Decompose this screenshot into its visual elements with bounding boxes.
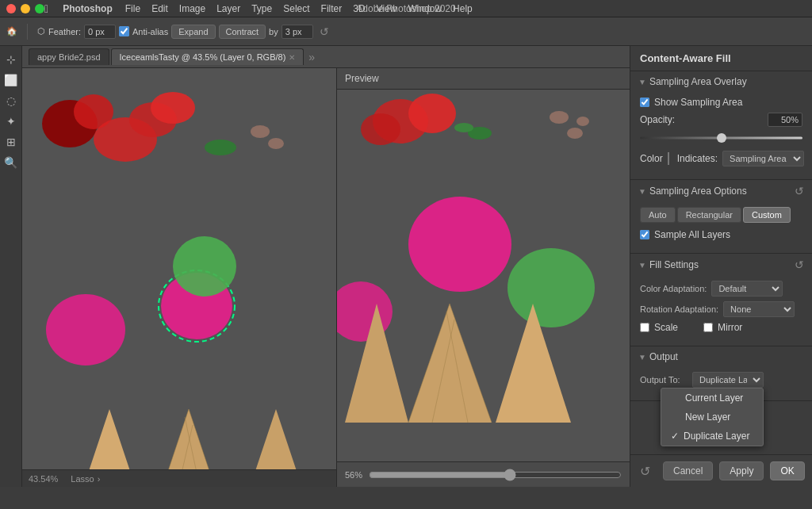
fill-settings-section: ▼ Fill Settings ↺ Color Adaptation: Defa… xyxy=(630,254,812,346)
app-name: Photoshop xyxy=(63,3,113,14)
show-sampling-label: Show Sampling Area xyxy=(654,97,742,108)
home-tool[interactable]: 🏠 xyxy=(6,26,17,36)
tab-bride[interactable]: appy Bride2.psd xyxy=(29,48,109,65)
sampling-options-title: Sampling Area Options xyxy=(649,186,747,197)
svg-point-24 xyxy=(408,94,456,133)
sampling-overlay-header[interactable]: ▼ Sampling Area Overlay xyxy=(630,71,812,92)
lasso-icon: ⬡ xyxy=(37,26,45,36)
custom-button[interactable]: Custom xyxy=(743,207,791,223)
output-header[interactable]: ▼ Output xyxy=(630,346,812,367)
output-chevron: ▼ xyxy=(638,353,646,362)
anti-alias-checkbox[interactable] xyxy=(119,26,129,36)
menu-file[interactable]: File xyxy=(125,3,140,14)
menu-image[interactable]: Image xyxy=(179,3,205,14)
opacity-thumb[interactable] xyxy=(717,133,726,143)
canvas-preview-area: 43.54% Lasso › Preview xyxy=(22,68,630,487)
lasso-tool-options: ⬡ Feather: Anti-alias Expand Contract by… xyxy=(37,25,329,39)
sampling-options-section: ▼ Sampling Area Options ↺ Auto Rectangul… xyxy=(630,180,812,254)
anti-alias-label: Anti-alias xyxy=(132,27,168,36)
minimize-button[interactable] xyxy=(21,4,30,13)
canvas-status-bar: 43.54% Lasso › xyxy=(22,469,336,487)
menu-layer[interactable]: Layer xyxy=(216,3,240,14)
panel-title: Content-Aware Fill xyxy=(630,46,812,71)
preview-bottom-bar: 56% xyxy=(337,461,630,487)
canvas-panel[interactable]: 43.54% Lasso › xyxy=(22,68,336,487)
fill-settings-reset-icon[interactable]: ↺ xyxy=(795,258,804,271)
canvas-arrow: › xyxy=(98,474,101,484)
indicates-select[interactable]: Sampling Area Excluded Area xyxy=(722,151,804,166)
sampling-options-header[interactable]: ▼ Sampling Area Options ↺ xyxy=(630,180,812,202)
move-tool[interactable]: ⊹ xyxy=(2,51,20,68)
rotation-adaptation-select[interactable]: None Low Medium High Full xyxy=(723,301,795,317)
by-label: by xyxy=(269,27,278,36)
apply-button[interactable]: Apply xyxy=(719,461,764,480)
dropdown-item-new-label: New Layer xyxy=(685,411,730,423)
output-section: ▼ Output Output To: Current Layer New La… xyxy=(630,346,812,401)
svg-point-32 xyxy=(508,248,595,327)
maximize-button[interactable] xyxy=(35,4,44,13)
menu-type[interactable]: Type xyxy=(251,3,272,14)
quick-select-tool[interactable]: ✦ xyxy=(2,113,20,130)
expand-button[interactable]: Expand xyxy=(171,25,215,39)
mirror-checkbox[interactable] xyxy=(703,323,713,332)
menu-edit[interactable]: Edit xyxy=(151,3,168,14)
dropdown-item-new[interactable]: New Layer xyxy=(661,408,763,427)
tab-icecream[interactable]: IceceamlsTasty @ 43.5% (Layer 0, RGB/8) … xyxy=(111,48,304,65)
preview-panel: Preview xyxy=(336,68,630,487)
output-dropdown-menu: Current Layer New Layer Duplicate Layer xyxy=(661,388,764,446)
preview-zoom-slider[interactable] xyxy=(369,469,622,481)
apple-icon:  xyxy=(44,2,48,15)
output-to-label: Output To: xyxy=(640,375,688,385)
canvas-tool: Lasso xyxy=(71,474,94,484)
sample-all-layers-checkbox[interactable] xyxy=(640,230,649,239)
show-sampling-checkbox[interactable] xyxy=(640,98,649,107)
fill-settings-chevron: ▼ xyxy=(638,261,646,270)
feather-input[interactable] xyxy=(84,25,116,39)
crop-tool[interactable]: ⊞ xyxy=(2,133,20,151)
px-input[interactable] xyxy=(282,25,313,39)
color-swatch[interactable] xyxy=(668,152,669,165)
rotation-adaptation-row: Rotation Adaptation: None Low Medium Hig… xyxy=(640,301,802,317)
opacity-input[interactable] xyxy=(768,113,802,127)
dropdown-item-duplicate-label: Duplicate Layer xyxy=(684,431,749,442)
svg-point-7 xyxy=(205,140,236,155)
sampling-overlay-content: Show Sampling Area Opacity: Color Indica… xyxy=(630,92,812,179)
feather-label: Feather: xyxy=(48,27,81,36)
dropdown-item-current[interactable]: Current Layer xyxy=(661,388,763,408)
reset-icon[interactable]: ↺ xyxy=(320,25,329,38)
tab-close-icon[interactable]: ✕ xyxy=(289,53,295,62)
contract-button[interactable]: Contract xyxy=(219,25,266,39)
sampling-mode-buttons: Auto Rectangular Custom xyxy=(640,207,802,223)
footer-reset-icon[interactable]: ↺ xyxy=(640,464,650,479)
auto-button[interactable]: Auto xyxy=(640,207,676,223)
marquee-tool[interactable]: ⬜ xyxy=(2,71,20,89)
svg-point-6 xyxy=(151,92,195,124)
tab-more-icon[interactable]: » xyxy=(308,51,315,63)
mirror-label: Mirror xyxy=(718,322,742,333)
opacity-label: Opacity: xyxy=(640,114,675,125)
menu-filter[interactable]: Filter xyxy=(321,3,343,14)
show-sampling-row: Show Sampling Area xyxy=(640,97,802,108)
window-controls[interactable] xyxy=(6,4,44,13)
dropdown-item-duplicate[interactable]: Duplicate Layer xyxy=(661,427,763,446)
sample-all-layers-row: Sample All Layers xyxy=(640,229,802,240)
cancel-button[interactable]: Cancel xyxy=(663,461,713,480)
window-title: Adobe Photoshop 2020 xyxy=(356,3,455,14)
scale-checkbox[interactable] xyxy=(640,323,649,332)
close-button[interactable] xyxy=(6,4,16,13)
color-adaptation-select[interactable]: Default None Very High High Medium Low xyxy=(711,281,783,297)
rectangular-button[interactable]: Rectangular xyxy=(677,207,741,223)
lasso-tool[interactable]: ◌ xyxy=(2,92,20,109)
svg-point-8 xyxy=(251,125,270,138)
tab-bride-label: appy Bride2.psd xyxy=(37,52,101,62)
color-row: Color Indicates: Sampling Area Excluded … xyxy=(640,151,802,166)
content-area: appy Bride2.psd IceceamlsTasty @ 43.5% (… xyxy=(22,46,630,487)
fill-settings-header[interactable]: ▼ Fill Settings ↺ xyxy=(630,254,812,276)
menu-help[interactable]: Help xyxy=(453,3,473,14)
zoom-tool[interactable]: 🔍 xyxy=(2,154,20,171)
menu-select[interactable]: Select xyxy=(283,3,309,14)
sampling-options-reset-icon[interactable]: ↺ xyxy=(795,185,804,197)
output-to-select[interactable]: Current Layer New Layer Duplicate Layer xyxy=(692,372,764,388)
opacity-slider-container xyxy=(640,132,802,144)
ok-button[interactable]: OK xyxy=(770,461,804,480)
